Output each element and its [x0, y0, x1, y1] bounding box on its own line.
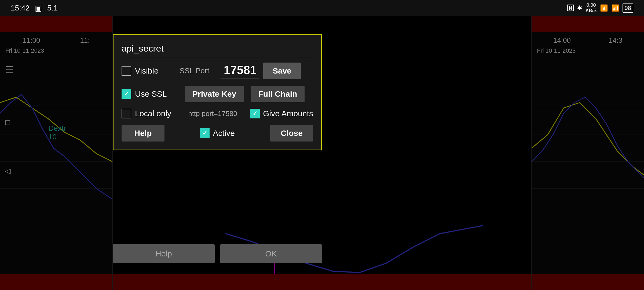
battery-indicator: 98 — [623, 3, 633, 13]
status-battery-icon: ▣ — [35, 4, 42, 13]
status-indicator: 5.1 — [47, 4, 58, 12]
ssl-port-value[interactable]: 17581 — [221, 63, 259, 78]
dialog-row-local: Local only http port=17580 Give Amounts — [122, 109, 313, 118]
dialog-row-visible: Visible SSL Port 17581 Save — [122, 63, 313, 79]
local-only-label: Local only — [135, 109, 171, 118]
active-wrapper[interactable]: Active — [164, 128, 270, 138]
active-label: Active — [213, 129, 235, 138]
speed-indicator: 0.00KB/S — [586, 3, 597, 13]
visible-checkbox-wrapper[interactable]: Visible — [122, 66, 175, 76]
give-amounts-checkbox[interactable] — [250, 109, 260, 118]
use-ssl-label: Use SSL — [135, 89, 167, 99]
visible-checkbox[interactable] — [122, 66, 131, 76]
signal-icon: 📶 — [611, 4, 619, 12]
use-ssl-checkbox[interactable] — [122, 89, 131, 99]
dialog-overlay — [0, 16, 644, 290]
bottom-bar: Help OK — [113, 244, 322, 263]
status-time: 15:42 — [11, 4, 30, 12]
private-key-button[interactable]: Private Key — [185, 86, 244, 102]
save-button[interactable]: Save — [263, 63, 301, 79]
full-chain-button[interactable]: Full Chain — [251, 86, 305, 102]
wifi-icon: 📶 — [600, 4, 608, 12]
visible-label: Visible — [135, 66, 159, 75]
status-right: 🄽 ✱ 0.00KB/S 📶 📶 98 — [567, 3, 633, 13]
status-left: 15:42 ▣ 5.1 — [11, 4, 58, 13]
bottom-help-button[interactable]: Help — [113, 244, 215, 263]
nfc-icon: 🄽 — [567, 4, 574, 12]
dialog-title: api_secret — [122, 43, 313, 57]
bluetooth-icon: ✱ — [577, 4, 582, 12]
use-ssl-wrapper[interactable]: Use SSL — [122, 89, 175, 99]
give-amounts-label: Give Amounts — [263, 109, 313, 118]
dialog-bottom-row: Help Active Close — [122, 125, 313, 142]
status-bar: 15:42 ▣ 5.1 🄽 ✱ 0.00KB/S 📶 📶 98 — [0, 0, 644, 16]
local-only-checkbox[interactable] — [122, 109, 131, 118]
dialog-box: api_secret Visible SSL Port 17581 Save U… — [113, 34, 322, 150]
give-amounts-wrapper[interactable]: Give Amounts — [250, 109, 313, 118]
ssl-port-label: SSL Port — [180, 67, 217, 75]
http-port-text: http port=17580 — [180, 110, 246, 118]
local-only-wrapper[interactable]: Local only — [122, 109, 175, 118]
bottom-ok-button[interactable]: OK — [220, 244, 322, 263]
active-checkbox[interactable] — [200, 128, 210, 138]
chart-area: 11:00 11: Fri 10-11-2023 Dextr10 ☰ □ — [0, 16, 644, 290]
close-button[interactable]: Close — [270, 125, 313, 142]
dialog-row-ssl: Use SSL Private Key Full Chain — [122, 86, 313, 102]
help-button[interactable]: Help — [122, 125, 164, 142]
